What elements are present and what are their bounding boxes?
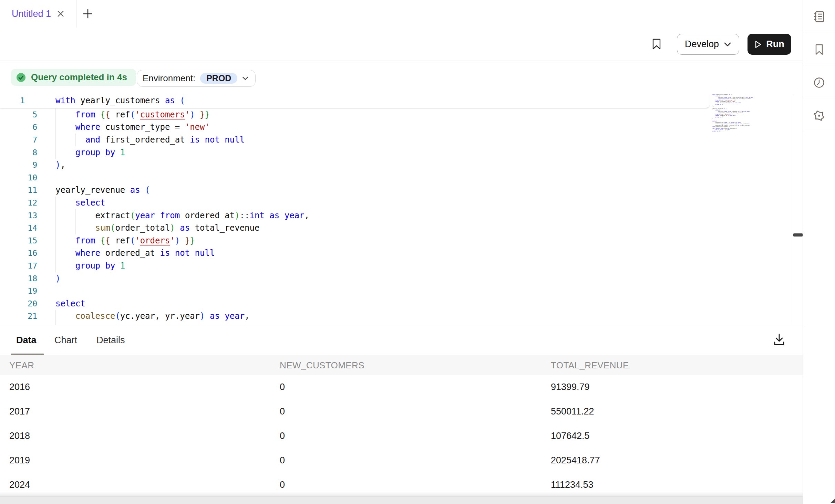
chevron-down-icon (724, 42, 731, 47)
tab-untitled-1[interactable]: Untitled 1 (0, 0, 76, 28)
code-line: 8group by 1 (0, 146, 710, 159)
sql-ide-window: Untitled 1 Develop Run Query (0, 0, 835, 504)
toolbar: Develop Run (0, 28, 803, 61)
code-line: 20select (0, 297, 710, 310)
sidebar-item-dbt[interactable] (803, 99, 835, 132)
environment-value-badge: PROD (200, 73, 237, 84)
bookmark-icon (813, 43, 826, 56)
code-line: 13extract(year from ordered_at)::int as … (0, 209, 710, 222)
column-header-total-revenue: TOTAL_REVENUE (551, 355, 629, 375)
code-line: 1with yearly_customers as ( (0, 94, 710, 107)
results-panel: Data Chart Details YEAR NEW_CUSTOMERS TO… (0, 325, 803, 504)
tab-bar: Untitled 1 (0, 0, 803, 28)
notebook-icon (813, 10, 826, 23)
resize-grip[interactable] (830, 499, 835, 503)
table-cell: 2019 (9, 448, 30, 473)
table-row: 20180107642.5 (0, 424, 803, 449)
column-header-year: YEAR (9, 355, 34, 375)
tab-chart[interactable]: Chart (54, 325, 77, 355)
tab-label: Untitled 1 (12, 0, 51, 28)
table-cell: 0 (280, 399, 285, 424)
table-cell: 2016 (9, 375, 30, 399)
code-line: 11yearly_revenue as ( (0, 184, 710, 197)
close-icon[interactable] (55, 8, 66, 19)
run-label: Run (766, 39, 784, 50)
sidebar-item-history[interactable] (803, 66, 835, 99)
run-button[interactable]: Run (748, 34, 791, 55)
table-cell: 2017 (9, 399, 30, 424)
table-row: 2016091399.79 (0, 375, 803, 400)
table-cell: 2025418.77 (551, 448, 600, 473)
table-cell: 91399.79 (551, 375, 590, 399)
code-line: 9), (0, 159, 710, 171)
chevron-down-icon (242, 76, 248, 81)
sticky-line-1: 1with yearly_customers as ( (0, 94, 710, 108)
code-line: 17group by 1 (0, 260, 710, 272)
download-icon[interactable] (772, 332, 787, 347)
editor-right-border (793, 94, 793, 325)
plus-icon[interactable] (82, 8, 94, 20)
code-line: 15from {{ ref('orders') }} (0, 234, 710, 247)
table-cell: 2018 (9, 424, 30, 448)
code-editor[interactable]: 5from {{ ref('customers') }}6where custo… (0, 94, 803, 325)
develop-button[interactable]: Develop (677, 34, 739, 55)
code-line: 6where customer_type = 'new' (0, 121, 710, 134)
environment-label: Environment: (143, 73, 195, 84)
sidebar-item-bookmarks[interactable] (803, 33, 835, 66)
bookmark-icon[interactable] (650, 38, 663, 51)
code-line: 18) (0, 272, 710, 285)
tab-details[interactable]: Details (96, 325, 125, 355)
table-cell: 107642.5 (551, 424, 590, 448)
code-line: 21coalesce(yc.year, yr.year) as year, (0, 310, 710, 323)
code-line: 12select (0, 197, 710, 209)
code-line: 10 (0, 171, 710, 184)
table-row: 201902025418.77 (0, 448, 803, 473)
code-line: 19 (0, 285, 710, 297)
environment-selector[interactable]: Environment: PROD (137, 70, 256, 87)
tab-data[interactable]: Data (16, 325, 37, 355)
table-header-row: YEAR NEW_CUSTOMERS TOTAL_REVENUE (0, 355, 803, 376)
code-line: 14sum(order_total) as total_revenue (0, 222, 710, 234)
table-cell: 0 (280, 424, 285, 448)
status-row: Query completed in 4s Environment: PROD (0, 61, 803, 94)
column-header-new-customers: NEW_CUSTOMERS (280, 355, 364, 375)
query-status-badge: Query completed in 4s (11, 69, 136, 86)
play-icon (754, 40, 762, 49)
table-cell: 0 (280, 448, 285, 473)
table-cell: 0 (280, 375, 285, 399)
editor-scrollbar-thumb[interactable] (793, 233, 803, 237)
scroll-fade (0, 492, 803, 496)
code-line: 22coalesce(yc.new_customers, 0) as new_c… (0, 323, 710, 325)
code-line: 7and first_ordered_at is not null (0, 134, 710, 146)
develop-label: Develop (685, 39, 719, 50)
right-sidebar (803, 0, 835, 504)
minimap[interactable]: with yearly_customers as ( select extrac… (712, 94, 753, 133)
sidebar-item-notebook[interactable] (803, 0, 835, 33)
horizontal-scrollbar-track[interactable] (0, 496, 803, 504)
clock-icon (813, 76, 826, 89)
table-row: 20170550011.22 (0, 399, 803, 424)
check-circle-icon (16, 72, 26, 83)
query-status-text: Query completed in 4s (31, 72, 127, 83)
dbt-logo-icon (812, 109, 826, 123)
table-cell: 550011.22 (551, 399, 594, 424)
code-line: 5from {{ ref('customers') }} (0, 108, 710, 121)
code-line: 16where ordered_at is not null (0, 247, 710, 260)
